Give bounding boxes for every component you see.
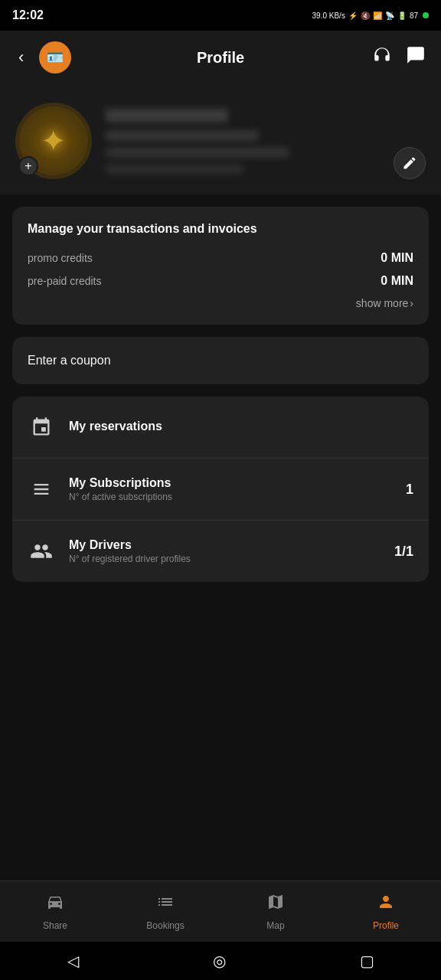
- bookings-label: Bookings: [146, 920, 184, 931]
- profile-nav-label: Profile: [373, 920, 399, 931]
- battery-level: 87: [410, 11, 418, 20]
- subscriptions-icon: [28, 475, 55, 503]
- subscriptions-title: My Subscriptions: [69, 476, 392, 490]
- profile-nav-icon: [377, 893, 395, 916]
- header-avatar[interactable]: 🪪: [39, 41, 71, 74]
- drivers-badge: 1/1: [394, 544, 413, 560]
- chevron-right-icon: ›: [410, 297, 413, 309]
- transactions-card: Manage your transactions and invoices pr…: [12, 207, 429, 325]
- header: ‹ 🪪 Profile: [0, 31, 441, 84]
- data-speed: 39.0 KB/s: [312, 11, 345, 20]
- compass-icon: ✦: [41, 123, 67, 158]
- reservations-item[interactable]: My reservations: [12, 397, 429, 459]
- headphone-button[interactable]: [372, 45, 392, 70]
- status-time: 12:02: [12, 8, 44, 22]
- header-right: [372, 45, 426, 70]
- nav-profile[interactable]: Profile: [331, 881, 441, 942]
- profile-phone: [106, 164, 243, 175]
- calendar-icon: [28, 413, 55, 441]
- show-more-label: show more: [356, 297, 408, 309]
- header-title: Profile: [197, 49, 244, 67]
- menu-card: My reservations My Subscriptions N° of a…: [12, 397, 429, 582]
- nav-bookings[interactable]: Bookings: [110, 881, 220, 942]
- home-system-button[interactable]: ◎: [213, 952, 226, 970]
- subscriptions-text: My Subscriptions N° of active subscripti…: [69, 476, 392, 502]
- main-content: Manage your transactions and invoices pr…: [0, 194, 441, 880]
- bluetooth-icon: ⚡: [348, 11, 358, 20]
- edit-profile-button[interactable]: [394, 147, 426, 179]
- bookings-icon: [156, 893, 175, 916]
- back-system-button[interactable]: ◁: [67, 952, 79, 970]
- subscriptions-subtitle: N° of active subscriptions: [69, 492, 392, 502]
- battery-icon: 🔋: [397, 11, 407, 20]
- status-bar: 12:02 39.0 KB/s ⚡ 🔇 📶 📡 🔋 87: [0, 0, 441, 31]
- drivers-subtitle: N° of registered driver profiles: [69, 554, 381, 564]
- header-left: ‹ 🪪: [15, 41, 71, 74]
- add-photo-button[interactable]: +: [18, 156, 38, 176]
- wifi-icon: 📡: [385, 11, 394, 20]
- drivers-text: My Drivers N° of registered driver profi…: [69, 538, 381, 564]
- coupon-card[interactable]: Enter a coupon: [12, 337, 429, 384]
- back-button[interactable]: ‹: [15, 44, 27, 70]
- headphone-icon: [372, 45, 392, 65]
- subscriptions-item[interactable]: My Subscriptions N° of active subscripti…: [12, 459, 429, 521]
- show-more-button[interactable]: show more ›: [28, 297, 413, 309]
- drivers-title: My Drivers: [69, 538, 381, 552]
- prepaid-credit-value: 0 MIN: [381, 274, 413, 288]
- transactions-title: Manage your transactions and invoices: [28, 222, 413, 236]
- signal-icon: 📶: [373, 11, 382, 20]
- map-icon: [266, 893, 285, 916]
- drivers-icon: [28, 537, 55, 565]
- bottom-nav: Share Bookings Map Profile: [0, 880, 441, 942]
- status-icons: 39.0 KB/s ⚡ 🔇 📶 📡 🔋 87: [312, 11, 429, 20]
- prepaid-credit-row: pre-paid credits 0 MIN: [28, 274, 413, 288]
- coupon-label: Enter a coupon: [28, 354, 111, 367]
- nav-map[interactable]: Map: [220, 881, 331, 942]
- promo-credit-value: 0 MIN: [381, 251, 413, 265]
- promo-credit-label: promo credits: [28, 252, 93, 264]
- drivers-item[interactable]: My Drivers N° of registered driver profi…: [12, 521, 429, 582]
- mute-icon: 🔇: [361, 11, 370, 20]
- profile-name: [106, 109, 228, 122]
- recents-system-button[interactable]: ▢: [360, 952, 374, 970]
- share-label: Share: [43, 920, 67, 931]
- reservations-title: My reservations: [69, 420, 413, 433]
- map-label: Map: [266, 920, 284, 931]
- chat-button[interactable]: [406, 45, 426, 70]
- share-icon: [46, 893, 64, 916]
- chat-icon: [406, 45, 426, 65]
- edit-icon: [402, 155, 417, 171]
- profile-info: [106, 103, 426, 175]
- profile-section: ✦ +: [0, 84, 441, 194]
- system-nav-bar: ◁ ◎ ▢: [0, 942, 441, 980]
- promo-credit-row: promo credits 0 MIN: [28, 251, 413, 265]
- avatar-wrap: ✦ +: [15, 103, 92, 179]
- prepaid-credit-label: pre-paid credits: [28, 275, 102, 287]
- nav-share[interactable]: Share: [0, 881, 110, 942]
- profile-address: [106, 147, 289, 158]
- profile-email: [106, 130, 259, 141]
- subscriptions-badge: 1: [406, 482, 413, 498]
- battery-dot: [423, 12, 429, 18]
- avatar-icon: 🪪: [47, 49, 64, 66]
- reservations-text: My reservations: [69, 420, 413, 435]
